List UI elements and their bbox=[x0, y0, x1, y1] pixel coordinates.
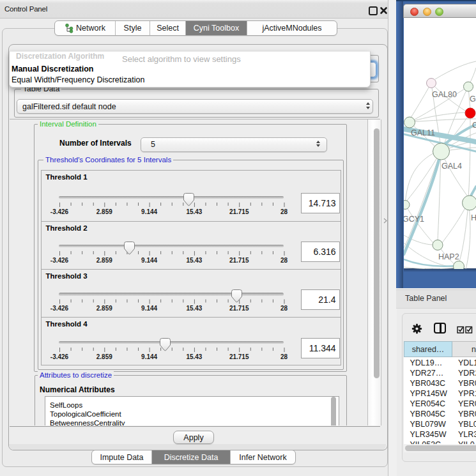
svg-text:GAL11: GAL11 bbox=[411, 128, 435, 137]
svg-text:C: C bbox=[472, 121, 476, 130]
svg-text:G.: G. bbox=[470, 95, 476, 104]
svg-text:GAL80: GAL80 bbox=[432, 90, 457, 99]
svg-text:H: H bbox=[471, 213, 476, 222]
svg-text:GAL4: GAL4 bbox=[441, 162, 462, 171]
svg-text:GCY1: GCY1 bbox=[404, 215, 424, 224]
svg-text:HAP2: HAP2 bbox=[438, 252, 459, 261]
